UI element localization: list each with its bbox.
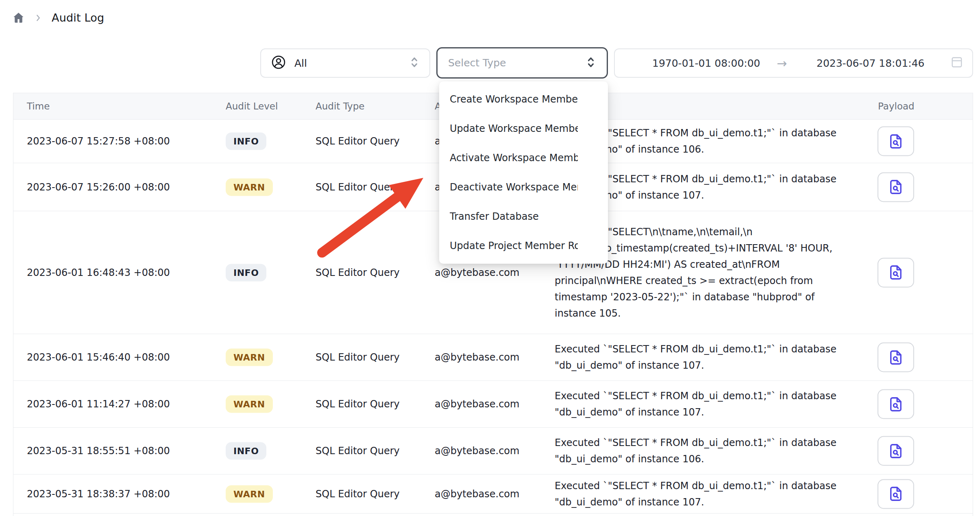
- dropdown-option-transfer-database[interactable]: Transfer Database: [439, 202, 608, 231]
- date-range-arrow-icon: →: [777, 56, 787, 70]
- row-audit-type: SQL Editor Query: [316, 488, 400, 500]
- date-range-start[interactable]: 1970-01-01 08:00:00: [652, 57, 760, 69]
- audit-level-badge: INFO: [226, 133, 266, 150]
- view-payload-button[interactable]: [878, 479, 914, 509]
- dropdown-option-update-workspace-member[interactable]: Update Workspace Member: [439, 114, 608, 143]
- row-comment: Executed `"SELECT * FROM db_ui_demo.t1;"…: [555, 341, 866, 374]
- audit-level-badge: WARN: [226, 396, 273, 413]
- table-row: [13, 514, 973, 516]
- row-time: 2023-06-07 15:26:00 +08:00: [27, 181, 170, 193]
- audit-level-badge: WARN: [226, 485, 273, 503]
- calendar-icon: [950, 55, 964, 71]
- row-time: 2023-05-31 18:38:37 +08:00: [27, 488, 170, 500]
- date-range-picker[interactable]: 1970-01-01 08:00:00 → 2023-06-07 18:01:4…: [614, 48, 973, 78]
- row-audit-type: SQL Editor Query: [316, 352, 400, 363]
- user-circle-icon: [271, 55, 286, 72]
- view-payload-button[interactable]: [878, 436, 914, 466]
- col-header-payload: Payload: [878, 101, 915, 112]
- row-time: 2023-05-31 18:55:51 +08:00: [27, 445, 170, 457]
- view-payload-button[interactable]: [878, 172, 914, 202]
- row-audit-type: SQL Editor Query: [316, 136, 400, 147]
- table-row: 2023-05-31 18:38:37 +08:00 WARN SQL Edit…: [13, 474, 973, 514]
- home-icon[interactable]: [12, 11, 25, 24]
- row-actor: a@bytebase.com: [435, 267, 519, 278]
- row-actor: a@bytebase.com: [435, 488, 519, 500]
- row-time: 2023-06-07 15:27:58 +08:00: [27, 136, 170, 147]
- table-row: 2023-06-01 11:14:27 +08:00 WARN SQL Edit…: [13, 381, 973, 428]
- row-comment: Executed `"SELECT * FROM db_ui_demo.t1;"…: [555, 388, 866, 420]
- row-comment: Executed `"SELECT * FROM db_ui_demo.t1;"…: [555, 435, 866, 467]
- table-row: 2023-05-31 18:55:51 +08:00 INFO SQL Edit…: [13, 428, 973, 474]
- audit-level-badge: WARN: [226, 349, 273, 366]
- type-select-dropdown: Create Workspace Member Update Workspace…: [439, 81, 608, 264]
- type-filter-placeholder: Select Type: [448, 57, 586, 69]
- row-audit-type: SQL Editor Query: [316, 267, 400, 278]
- file-search-icon: [887, 179, 904, 196]
- view-payload-button[interactable]: [878, 343, 914, 372]
- date-range-end[interactable]: 2023-06-07 18:01:46: [817, 57, 925, 69]
- file-search-icon: [887, 133, 904, 150]
- breadcrumb: Audit Log: [12, 11, 104, 24]
- view-payload-button[interactable]: [878, 258, 914, 287]
- audit-level-badge: INFO: [226, 264, 266, 281]
- row-comment: Executed `"SELECT * FROM db_ui_demo.t1;"…: [555, 478, 866, 510]
- actor-filter-select[interactable]: All: [260, 48, 430, 78]
- dropdown-option-deactivate-workspace-member[interactable]: Deactivate Workspace Member: [439, 173, 608, 202]
- table-row: 2023-06-01 15:46:40 +08:00 WARN SQL Edit…: [13, 334, 973, 381]
- type-filter-select[interactable]: Select Type: [436, 47, 608, 79]
- row-audit-type: SQL Editor Query: [316, 445, 400, 457]
- dropdown-option-activate-workspace-member[interactable]: Activate Workspace Member: [439, 143, 608, 173]
- dropdown-option-update-project-member-role[interactable]: Update Project Member Role: [439, 231, 608, 260]
- row-time: 2023-06-01 16:48:43 +08:00: [27, 267, 170, 278]
- view-payload-button[interactable]: [878, 127, 914, 156]
- col-header-audit-type: Audit Type: [316, 101, 364, 112]
- chevron-updown-icon: [586, 56, 596, 70]
- file-search-icon: [887, 396, 904, 413]
- col-header-audit-level: Audit Level: [226, 101, 278, 112]
- audit-level-badge: WARN: [226, 178, 273, 196]
- row-actor: a@bytebase.com: [435, 445, 519, 457]
- row-time: 2023-06-01 11:14:27 +08:00: [27, 398, 170, 410]
- row-audit-type: SQL Editor Query: [316, 398, 400, 410]
- audit-level-badge: INFO: [226, 442, 266, 460]
- page-title: Audit Log: [52, 11, 104, 24]
- audit-log-page: Audit Log All Select Type 1970-01-01 08:…: [0, 0, 980, 516]
- row-actor: a@bytebase.com: [435, 398, 519, 410]
- row-time: 2023-06-01 15:46:40 +08:00: [27, 352, 170, 363]
- breadcrumb-chevron-icon: [34, 13, 43, 22]
- view-payload-button[interactable]: [878, 389, 914, 419]
- file-search-icon: [887, 485, 904, 503]
- file-search-icon: [887, 349, 904, 366]
- actor-filter-value: All: [294, 57, 401, 69]
- file-search-icon: [887, 264, 904, 281]
- chevron-updown-icon: [409, 56, 420, 70]
- dropdown-option-create-workspace-member[interactable]: Create Workspace Member: [439, 85, 608, 114]
- row-actor: a@bytebase.com: [435, 352, 519, 363]
- row-audit-type: SQL Editor Query: [316, 181, 400, 193]
- file-search-icon: [887, 442, 904, 459]
- col-header-time: Time: [27, 101, 50, 112]
